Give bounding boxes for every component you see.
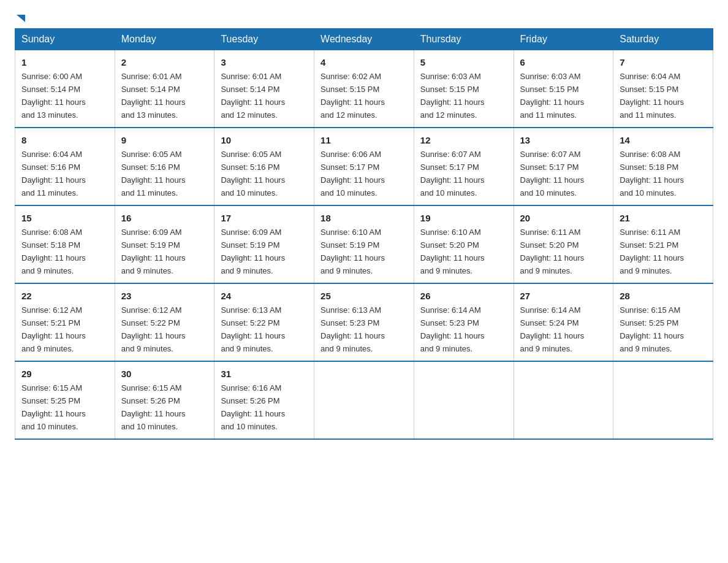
calendar-cell: 12Sunrise: 6:07 AMSunset: 5:17 PMDayligh… — [414, 128, 514, 205]
day-number: 21 — [620, 211, 707, 225]
day-number: 2 — [121, 55, 208, 69]
calendar-table: SundayMondayTuesdayWednesdayThursdayFrid… — [15, 28, 713, 440]
calendar-cell: 13Sunrise: 6:07 AMSunset: 5:17 PMDayligh… — [514, 128, 613, 205]
day-info: Sunrise: 6:02 AMSunset: 5:15 PMDaylight:… — [320, 72, 385, 120]
day-number: 4 — [320, 55, 408, 69]
week-row-3: 15Sunrise: 6:08 AMSunset: 5:18 PMDayligh… — [15, 205, 713, 283]
day-number: 22 — [21, 289, 108, 303]
calendar-body: 1Sunrise: 6:00 AMSunset: 5:14 PMDaylight… — [15, 50, 713, 439]
day-number: 29 — [21, 367, 108, 381]
day-number: 6 — [520, 55, 607, 69]
day-info: Sunrise: 6:09 AMSunset: 5:19 PMDaylight:… — [121, 228, 186, 275]
day-info: Sunrise: 6:07 AMSunset: 5:17 PMDaylight:… — [420, 150, 485, 197]
day-number: 11 — [320, 133, 408, 147]
day-info: Sunrise: 6:08 AMSunset: 5:18 PMDaylight:… — [620, 150, 684, 197]
day-info: Sunrise: 6:13 AMSunset: 5:23 PMDaylight:… — [320, 305, 385, 353]
calendar-cell: 19Sunrise: 6:10 AMSunset: 5:20 PMDayligh… — [414, 205, 514, 283]
day-info: Sunrise: 6:12 AMSunset: 5:22 PMDaylight:… — [121, 305, 186, 353]
day-info: Sunrise: 6:12 AMSunset: 5:21 PMDaylight:… — [21, 305, 86, 353]
day-info: Sunrise: 6:03 AMSunset: 5:15 PMDaylight:… — [520, 72, 585, 120]
day-number: 31 — [221, 367, 308, 381]
week-row-1: 1Sunrise: 6:00 AMSunset: 5:14 PMDaylight… — [15, 50, 713, 128]
day-info: Sunrise: 6:09 AMSunset: 5:19 PMDaylight:… — [221, 228, 285, 275]
calendar-cell: 2Sunrise: 6:01 AMSunset: 5:14 PMDaylight… — [115, 50, 214, 128]
day-number: 19 — [420, 211, 507, 225]
day-number: 27 — [520, 289, 607, 303]
header-day-friday: Friday — [514, 29, 613, 50]
day-number: 28 — [620, 289, 707, 303]
calendar-cell: 7Sunrise: 6:04 AMSunset: 5:15 PMDaylight… — [613, 50, 713, 128]
day-number: 3 — [221, 55, 308, 69]
header-day-sunday: Sunday — [15, 29, 115, 50]
page-header — [15, 15, 713, 22]
day-info: Sunrise: 6:04 AMSunset: 5:15 PMDaylight:… — [620, 72, 684, 120]
header-day-wednesday: Wednesday — [314, 29, 414, 50]
calendar-cell: 14Sunrise: 6:08 AMSunset: 5:18 PMDayligh… — [613, 128, 713, 205]
calendar-cell: 5Sunrise: 6:03 AMSunset: 5:15 PMDaylight… — [414, 50, 514, 128]
calendar-cell — [613, 361, 713, 439]
day-info: Sunrise: 6:05 AMSunset: 5:16 PMDaylight:… — [221, 150, 285, 197]
calendar-cell: 29Sunrise: 6:15 AMSunset: 5:25 PMDayligh… — [15, 361, 115, 439]
day-number: 20 — [520, 211, 607, 225]
day-number: 24 — [221, 289, 308, 303]
calendar-cell: 23Sunrise: 6:12 AMSunset: 5:22 PMDayligh… — [115, 283, 214, 361]
header-day-thursday: Thursday — [414, 29, 514, 50]
day-number: 13 — [520, 133, 607, 147]
calendar-cell: 1Sunrise: 6:00 AMSunset: 5:14 PMDaylight… — [15, 50, 115, 128]
calendar-cell: 25Sunrise: 6:13 AMSunset: 5:23 PMDayligh… — [314, 283, 414, 361]
calendar-cell — [514, 361, 613, 439]
day-info: Sunrise: 6:16 AMSunset: 5:26 PMDaylight:… — [221, 383, 285, 431]
day-info: Sunrise: 6:00 AMSunset: 5:14 PMDaylight:… — [21, 72, 86, 120]
calendar-cell: 6Sunrise: 6:03 AMSunset: 5:15 PMDaylight… — [514, 50, 613, 128]
day-number: 8 — [21, 133, 108, 147]
day-info: Sunrise: 6:06 AMSunset: 5:17 PMDaylight:… — [320, 150, 385, 197]
day-info: Sunrise: 6:10 AMSunset: 5:19 PMDaylight:… — [320, 228, 385, 275]
day-info: Sunrise: 6:15 AMSunset: 5:26 PMDaylight:… — [121, 383, 186, 431]
day-number: 16 — [121, 211, 208, 225]
day-number: 5 — [420, 55, 507, 69]
calendar-cell: 18Sunrise: 6:10 AMSunset: 5:19 PMDayligh… — [314, 205, 414, 283]
day-info: Sunrise: 6:07 AMSunset: 5:17 PMDaylight:… — [520, 150, 585, 197]
calendar-cell: 31Sunrise: 6:16 AMSunset: 5:26 PMDayligh… — [214, 361, 314, 439]
day-number: 1 — [21, 55, 108, 69]
day-number: 7 — [620, 55, 707, 69]
calendar-cell: 26Sunrise: 6:14 AMSunset: 5:23 PMDayligh… — [414, 283, 514, 361]
day-number: 30 — [121, 367, 208, 381]
calendar-header: SundayMondayTuesdayWednesdayThursdayFrid… — [15, 29, 713, 50]
day-number: 25 — [320, 289, 408, 303]
day-info: Sunrise: 6:11 AMSunset: 5:20 PMDaylight:… — [520, 228, 585, 275]
calendar-cell: 28Sunrise: 6:15 AMSunset: 5:25 PMDayligh… — [613, 283, 713, 361]
day-info: Sunrise: 6:10 AMSunset: 5:20 PMDaylight:… — [420, 228, 485, 275]
calendar-cell: 10Sunrise: 6:05 AMSunset: 5:16 PMDayligh… — [214, 128, 314, 205]
header-day-saturday: Saturday — [613, 29, 713, 50]
logo-arrow-icon — [17, 15, 25, 22]
day-number: 18 — [320, 211, 408, 225]
calendar-cell: 17Sunrise: 6:09 AMSunset: 5:19 PMDayligh… — [214, 205, 314, 283]
day-info: Sunrise: 6:05 AMSunset: 5:16 PMDaylight:… — [121, 150, 186, 197]
day-number: 15 — [21, 211, 108, 225]
day-number: 9 — [121, 133, 208, 147]
day-info: Sunrise: 6:01 AMSunset: 5:14 PMDaylight:… — [221, 72, 285, 120]
calendar-cell — [314, 361, 414, 439]
day-info: Sunrise: 6:08 AMSunset: 5:18 PMDaylight:… — [21, 228, 86, 275]
calendar-cell — [414, 361, 514, 439]
logo — [15, 15, 25, 22]
day-info: Sunrise: 6:14 AMSunset: 5:24 PMDaylight:… — [520, 305, 585, 353]
calendar-cell: 4Sunrise: 6:02 AMSunset: 5:15 PMDaylight… — [314, 50, 414, 128]
calendar-cell: 3Sunrise: 6:01 AMSunset: 5:14 PMDaylight… — [214, 50, 314, 128]
week-row-4: 22Sunrise: 6:12 AMSunset: 5:21 PMDayligh… — [15, 283, 713, 361]
calendar-cell: 24Sunrise: 6:13 AMSunset: 5:22 PMDayligh… — [214, 283, 314, 361]
day-info: Sunrise: 6:13 AMSunset: 5:22 PMDaylight:… — [221, 305, 285, 353]
day-info: Sunrise: 6:03 AMSunset: 5:15 PMDaylight:… — [420, 72, 485, 120]
day-number: 17 — [221, 211, 308, 225]
calendar-cell: 9Sunrise: 6:05 AMSunset: 5:16 PMDaylight… — [115, 128, 214, 205]
day-info: Sunrise: 6:04 AMSunset: 5:16 PMDaylight:… — [21, 150, 86, 197]
day-number: 14 — [620, 133, 707, 147]
calendar-cell: 20Sunrise: 6:11 AMSunset: 5:20 PMDayligh… — [514, 205, 613, 283]
day-info: Sunrise: 6:14 AMSunset: 5:23 PMDaylight:… — [420, 305, 485, 353]
calendar-cell: 16Sunrise: 6:09 AMSunset: 5:19 PMDayligh… — [115, 205, 214, 283]
day-number: 12 — [420, 133, 507, 147]
calendar-cell: 15Sunrise: 6:08 AMSunset: 5:18 PMDayligh… — [15, 205, 115, 283]
day-info: Sunrise: 6:01 AMSunset: 5:14 PMDaylight:… — [121, 72, 186, 120]
header-day-tuesday: Tuesday — [214, 29, 314, 50]
